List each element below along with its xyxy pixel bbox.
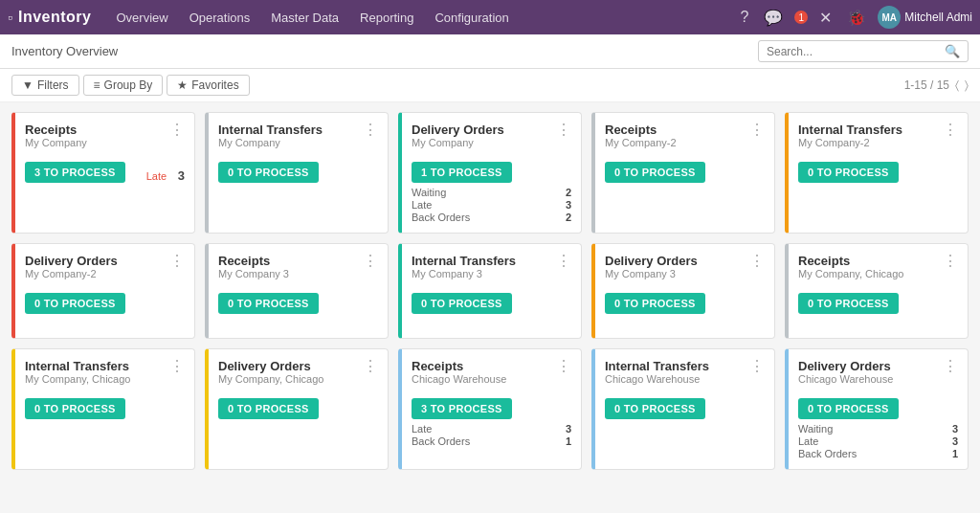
process-button[interactable]: 3 TO PROCESS	[25, 162, 125, 183]
card-menu-icon[interactable]: ⋮	[169, 254, 185, 269]
card-bottom: 0 TO PROCESS	[25, 398, 185, 419]
search-input[interactable]	[767, 45, 945, 58]
notification-badge: 1	[794, 11, 808, 24]
process-button[interactable]: 0 TO PROCESS	[798, 162, 899, 183]
process-button[interactable]: 0 TO PROCESS	[605, 293, 705, 314]
card-title-block: Delivery Orders My Company, Chicago	[218, 359, 323, 392]
card-bottom: 0 TO PROCESS	[218, 398, 378, 419]
process-button[interactable]: 1 TO PROCESS	[412, 162, 512, 183]
card-menu-icon[interactable]: ⋮	[363, 254, 378, 269]
process-button[interactable]: 0 TO PROCESS	[218, 293, 319, 314]
search-icon: 🔍	[945, 44, 960, 58]
card-menu-icon[interactable]: ⋮	[169, 123, 185, 138]
card-subtitle: Chicago Warehouse	[412, 373, 506, 385]
help-icon[interactable]: ?	[736, 7, 752, 28]
card-header: Delivery Orders My Company ⋮	[412, 123, 571, 156]
card-title: Receipts	[798, 254, 903, 268]
menu-configuration[interactable]: Configuration	[425, 5, 518, 31]
card-title: Delivery Orders	[412, 123, 504, 137]
card-menu-icon[interactable]: ⋮	[749, 359, 765, 374]
list-toolbar: ▼ Filters ≡ Group By ★ Favorites 1-15 / …	[0, 69, 980, 102]
card-item: Internal Transfers My Company 3 ⋮ 0 TO P…	[398, 243, 582, 339]
chat-icon[interactable]: 💬	[760, 7, 787, 29]
late-count: 3	[178, 168, 185, 183]
card-menu-icon[interactable]: ⋮	[556, 254, 571, 269]
card-item: Internal Transfers My Company, Chicago ⋮…	[11, 348, 195, 470]
card-bottom: 0 TO PROCESS	[412, 293, 571, 314]
card-menu-icon[interactable]: ⋮	[556, 123, 571, 138]
stat-label: Late	[798, 435, 818, 447]
user-name: Mitchell Admi	[904, 11, 972, 24]
process-button[interactable]: 0 TO PROCESS	[798, 293, 899, 314]
stat-value: 2	[566, 187, 571, 198]
card-bottom: 0 TO PROCESS	[25, 293, 185, 314]
card-title: Internal Transfers	[605, 359, 709, 373]
card-bottom: 0 TO PROCESS	[798, 162, 958, 183]
card-title-block: Receipts My Company 3	[218, 254, 289, 287]
menu-operations[interactable]: Operations	[180, 5, 260, 31]
close-icon[interactable]: ✕	[815, 7, 835, 29]
star-icon: ★	[177, 78, 188, 92]
card-bottom: 0 TO PROCESS	[605, 162, 765, 183]
favorites-button[interactable]: ★ Favorites	[167, 75, 249, 96]
late-badge: Late	[146, 170, 167, 182]
card-title: Delivery Orders	[25, 254, 118, 268]
search-bar[interactable]: 🔍	[758, 40, 969, 62]
next-page-icon[interactable]: 〉	[965, 78, 969, 92]
menu-master-data[interactable]: Master Data	[261, 5, 348, 31]
stat-value: 2	[566, 212, 571, 223]
card-title: Internal Transfers	[25, 359, 130, 373]
card-item: Receipts My Company, Chicago ⋮ 0 TO PROC…	[785, 243, 969, 339]
card-subtitle: My Company 3	[412, 268, 516, 279]
card-menu-icon[interactable]: ⋮	[169, 359, 185, 374]
prev-page-icon[interactable]: 〈	[955, 78, 959, 92]
card-title-block: Receipts My Company, Chicago	[798, 254, 903, 287]
card-subtitle: My Company-2	[605, 137, 677, 148]
card-item: Receipts My Company-2 ⋮ 0 TO PROCESS	[591, 112, 775, 234]
main-menu: Overview Operations Master Data Reportin…	[106, 5, 736, 31]
stat-label: Late	[412, 199, 432, 211]
process-button[interactable]: 3 TO PROCESS	[412, 398, 512, 419]
card-subtitle: My Company, Chicago	[25, 373, 130, 385]
card-menu-icon[interactable]: ⋮	[749, 123, 765, 138]
menu-overview[interactable]: Overview	[106, 5, 177, 31]
card-header: Delivery Orders My Company, Chicago ⋮	[218, 359, 378, 392]
card-bottom: 0 TO PROCESS	[218, 162, 378, 183]
process-button[interactable]: 0 TO PROCESS	[605, 398, 705, 419]
stat-label: Back Orders	[412, 212, 470, 223]
menu-reporting[interactable]: Reporting	[350, 5, 423, 31]
card-item: Receipts My Company 3 ⋮ 0 TO PROCESS	[205, 243, 389, 339]
process-button[interactable]: 0 TO PROCESS	[605, 162, 705, 183]
card-header: Delivery Orders Chicago Warehouse ⋮	[798, 359, 958, 392]
stat-label: Waiting	[412, 187, 446, 198]
user-menu[interactable]: MA Mitchell Admi	[878, 6, 972, 29]
process-button[interactable]: 0 TO PROCESS	[218, 162, 319, 183]
stat-label: Waiting	[798, 423, 833, 435]
card-menu-icon[interactable]: ⋮	[943, 359, 958, 374]
debug-icon[interactable]: 🐞	[843, 7, 870, 29]
process-button[interactable]: 0 TO PROCESS	[412, 293, 512, 314]
card-menu-icon[interactable]: ⋮	[363, 123, 378, 138]
card-menu-icon[interactable]: ⋮	[363, 359, 378, 374]
process-button[interactable]: 0 TO PROCESS	[25, 398, 125, 419]
card-menu-icon[interactable]: ⋮	[943, 254, 958, 269]
card-title-block: Delivery Orders Chicago Warehouse	[798, 359, 893, 392]
filters-button[interactable]: ▼ Filters	[11, 75, 79, 96]
app-name: Inventory	[18, 9, 92, 26]
card-title-block: Delivery Orders My Company	[412, 123, 504, 156]
group-by-button[interactable]: ≡ Group By	[83, 75, 164, 96]
card-title: Internal Transfers	[798, 123, 902, 137]
card-subtitle: My Company	[412, 137, 504, 148]
card-menu-icon[interactable]: ⋮	[556, 359, 571, 374]
card-title-block: Receipts Chicago Warehouse	[412, 359, 506, 392]
process-button[interactable]: 0 TO PROCESS	[218, 398, 319, 419]
cards-grid: Receipts My Company ⋮ 3 TO PROCESS Late …	[11, 112, 969, 470]
stat-value: 1	[566, 435, 571, 447]
card-menu-icon[interactable]: ⋮	[943, 123, 958, 138]
filter-controls: ▼ Filters ≡ Group By ★ Favorites	[11, 75, 250, 96]
process-button[interactable]: 0 TO PROCESS	[25, 293, 125, 314]
process-button[interactable]: 0 TO PROCESS	[798, 398, 899, 419]
card-menu-icon[interactable]: ⋮	[749, 254, 765, 269]
card-subtitle: My Company 3	[218, 268, 289, 279]
app-logo[interactable]: ▫ Inventory	[8, 9, 91, 26]
